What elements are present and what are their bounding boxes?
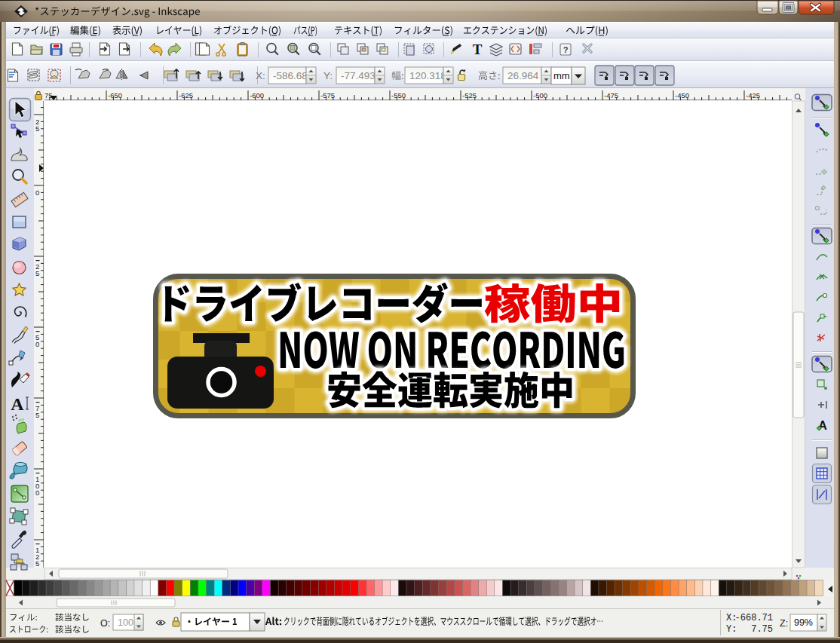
svg-text:T: T bbox=[473, 41, 483, 57]
svg-text:5: 5 bbox=[35, 124, 39, 133]
svg-text:-625: -625 bbox=[179, 91, 193, 100]
svg-text:-575: -575 bbox=[320, 91, 335, 100]
svg-text:O:: O: bbox=[100, 618, 110, 629]
svg-text:X:: X: bbox=[256, 70, 265, 81]
svg-text:?: ? bbox=[563, 45, 569, 54]
svg-text:-425: -425 bbox=[746, 91, 760, 100]
svg-text:-450: -450 bbox=[675, 91, 689, 100]
svg-text:-500: -500 bbox=[533, 91, 547, 100]
svg-text:-550: -550 bbox=[391, 91, 406, 100]
svg-text:5: 5 bbox=[35, 411, 39, 419]
svg-text:-650: -650 bbox=[108, 91, 122, 100]
svg-text:5: 5 bbox=[35, 269, 39, 277]
svg-text:A: A bbox=[11, 394, 24, 414]
svg-text:99%: 99% bbox=[794, 617, 813, 628]
svg-text:-77.493: -77.493 bbox=[341, 70, 376, 81]
svg-text:Y:: Y: bbox=[323, 70, 333, 81]
svg-text:Y:: Y: bbox=[726, 624, 737, 635]
svg-text:Z:: Z: bbox=[780, 618, 788, 629]
svg-text:-586.68: -586.68 bbox=[273, 70, 308, 81]
svg-text:100: 100 bbox=[118, 617, 133, 628]
svg-text:-525: -525 bbox=[462, 91, 477, 100]
svg-text:0: 0 bbox=[35, 188, 39, 197]
svg-text:120.318: 120.318 bbox=[409, 70, 446, 81]
svg-text:-600: -600 bbox=[250, 91, 264, 100]
svg-text:0: 0 bbox=[35, 488, 39, 497]
svg-text:0: 0 bbox=[35, 340, 39, 348]
svg-text:-668.71: -668.71 bbox=[735, 613, 773, 623]
svg-text:5: 5 bbox=[35, 559, 39, 568]
svg-text:26.964: 26.964 bbox=[507, 70, 539, 81]
svg-text:7.75: 7.75 bbox=[751, 624, 773, 635]
svg-text:-475: -475 bbox=[604, 91, 618, 100]
svg-text:mm: mm bbox=[553, 70, 570, 81]
svg-text:75: 75 bbox=[44, 91, 53, 100]
